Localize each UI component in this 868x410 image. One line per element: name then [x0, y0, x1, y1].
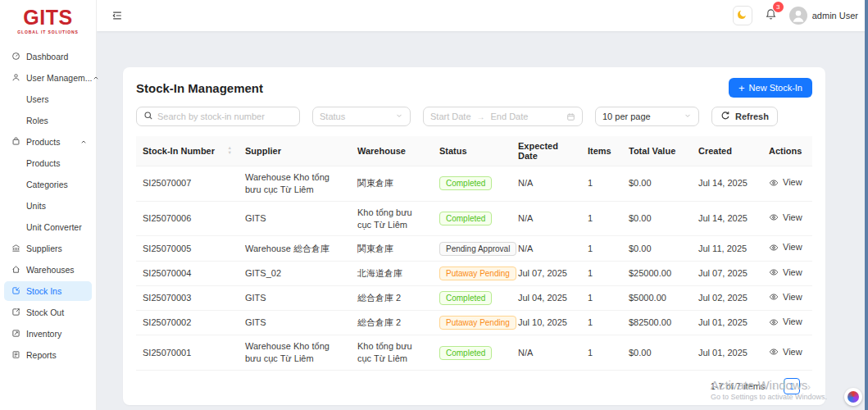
chevron-up-icon — [93, 73, 99, 83]
view-label: View — [783, 266, 802, 279]
page-number-button[interactable]: 1 — [784, 378, 800, 394]
column-total-value: Total Value — [622, 136, 692, 166]
cell-warehouse: Kho tổng bưu cục Từ Liêm — [351, 335, 433, 371]
next-page-button[interactable]: › — [807, 381, 811, 392]
view-button[interactable]: View — [769, 212, 802, 224]
filter-bar: Status Start Date → End Date 10 per page — [136, 107, 812, 126]
content-area: Stock-In Management + New Stock-In Statu… — [97, 31, 868, 410]
cell-expected: N/A — [511, 236, 581, 261]
sidebar-item-reports[interactable]: Reports — [4, 345, 92, 365]
sidebar-item-label: Roles — [26, 116, 48, 125]
view-button[interactable]: View — [769, 176, 802, 189]
calendar-icon — [566, 112, 575, 121]
sidebar-item-label: Suppliers — [26, 244, 62, 253]
sidebar-item-user-management[interactable]: User Managem... — [4, 68, 92, 88]
topbar: 3 admin User — [97, 0, 868, 31]
table-header-row: Stock-In Number ▲▼ Supplier Warehouse St… — [136, 136, 812, 166]
view-button[interactable]: View — [769, 266, 802, 279]
main-area: 3 admin User Stock-In Management + New S… — [97, 0, 868, 410]
sidebar-item-dashboard[interactable]: Dashboard — [4, 47, 92, 66]
table-row: SI25070001 Warehouse Kho tổng bưu cục Từ… — [136, 335, 812, 371]
sidebar-item-products-group[interactable]: Products — [4, 132, 92, 152]
per-page-select[interactable]: 10 per page — [595, 107, 699, 126]
chevron-down-icon — [395, 112, 403, 121]
sidebar-item-roles[interactable]: Roles — [4, 111, 92, 130]
sidebar-item-label: Stock Ins — [26, 286, 61, 296]
window-edge-scrollbar[interactable] — [865, 0, 868, 410]
cell-items: 1 — [581, 285, 622, 310]
view-button[interactable]: View — [769, 316, 802, 328]
chevron-up-icon — [80, 137, 87, 147]
new-stock-in-button[interactable]: + New Stock-In — [729, 78, 812, 98]
sidebar-item-inventory[interactable]: Inventory — [4, 324, 92, 344]
table-row: SI25070007 Warehouse Kho tổng bưu cục Từ… — [136, 166, 812, 202]
sidebar-item-warehouses[interactable]: Warehouses — [4, 260, 92, 280]
view-button[interactable]: View — [769, 291, 802, 303]
cell-items: 1 — [581, 166, 622, 202]
sidebar-item-label: Products — [26, 158, 60, 168]
sidebar-item-label: Inventory — [26, 329, 61, 339]
notifications-button[interactable]: 3 — [765, 8, 777, 24]
topbar-actions: 3 admin User — [733, 6, 858, 25]
user-menu[interactable]: admin User — [789, 7, 858, 25]
cell-items: 1 — [581, 201, 622, 236]
browser-extension-floating-button[interactable] — [844, 388, 862, 406]
sidebar-item-products[interactable]: Products — [4, 153, 92, 173]
prev-page-button[interactable]: ‹ — [772, 381, 775, 392]
sidebar-item-stock-ins[interactable]: Stock Ins — [4, 281, 92, 301]
search-box — [136, 107, 300, 126]
sidebar-item-units[interactable]: Units — [4, 196, 92, 216]
sidebar-item-categories[interactable]: Categories — [4, 175, 92, 194]
status-badge: Pending Approval — [439, 242, 516, 256]
search-input[interactable] — [157, 112, 293, 121]
cell-warehouse: 関東倉庫 — [351, 236, 433, 261]
cell-number: SI25070001 — [136, 335, 239, 371]
view-label: View — [783, 346, 802, 358]
sidebar-item-label: Products — [26, 137, 60, 147]
sidebar-item-label: Units — [26, 201, 46, 211]
view-button[interactable]: View — [769, 346, 802, 358]
cell-total: $0.00 — [622, 236, 692, 261]
sort-icon: ▲▼ — [228, 146, 232, 156]
view-label: View — [783, 241, 802, 253]
cell-created: Jul 01, 2025 — [692, 335, 762, 371]
menu-fold-icon[interactable] — [111, 10, 123, 21]
cell-items: 1 — [581, 335, 622, 371]
view-button[interactable]: View — [769, 241, 802, 253]
view-label: View — [783, 316, 802, 328]
cell-number: SI25070007 — [136, 166, 239, 202]
app-window: GITS GLOBAL IT SOLUTIONS Dashboard User … — [0, 0, 868, 410]
product-icon — [11, 137, 26, 148]
logo-tagline: GLOBAL IT SOLUTIONS — [3, 30, 93, 34]
date-range-picker[interactable]: Start Date → End Date — [423, 107, 583, 126]
cell-expected: N/A — [511, 166, 581, 202]
view-label: View — [783, 291, 802, 303]
cell-number: SI25070004 — [136, 261, 239, 285]
cell-warehouse: 総合倉庫 2 — [351, 285, 433, 310]
cell-number: SI25070005 — [136, 236, 239, 261]
status-select[interactable]: Status — [312, 107, 411, 126]
sidebar-item-suppliers[interactable]: Suppliers — [4, 239, 92, 258]
search-icon — [143, 111, 153, 122]
column-stock-in-number[interactable]: Stock-In Number ▲▼ — [136, 136, 239, 166]
bank-icon — [11, 244, 26, 254]
inventory-icon — [11, 329, 26, 339]
sidebar-item-unit-converter[interactable]: Unit Converter — [4, 217, 92, 237]
status-badge: Completed — [439, 346, 492, 360]
cell-supplier: Warehouse 総合倉庫 — [239, 236, 351, 261]
cell-warehouse: 関東倉庫 — [351, 166, 433, 202]
refresh-button[interactable]: Refresh — [711, 107, 778, 126]
sidebar-item-users[interactable]: Users — [4, 89, 92, 109]
cell-expected: N/A — [511, 335, 581, 371]
theme-toggle-button[interactable] — [733, 6, 752, 25]
cell-total: $82500.00 — [622, 311, 692, 335]
sidebar-item-stock-out[interactable]: Stock Out — [4, 303, 92, 322]
stock-in-card: Stock-In Management + New Stock-In Statu… — [123, 67, 825, 405]
status-badge: Completed — [439, 291, 492, 305]
pagination-summary: 1-7 of 7 items — [711, 381, 766, 391]
stock-in-table: Stock-In Number ▲▼ Supplier Warehouse St… — [136, 136, 812, 371]
cell-supplier: GITS — [239, 285, 351, 310]
table-row: SI25070003 GITS 総合倉庫 2 Completed Jul 04,… — [136, 285, 812, 310]
cell-items: 1 — [581, 261, 622, 285]
cell-total: $0.00 — [622, 201, 692, 236]
